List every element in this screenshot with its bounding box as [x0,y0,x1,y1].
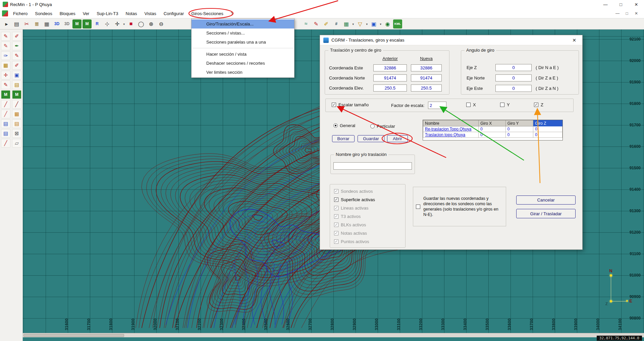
axis-y-checkbox[interactable]: Y [500,102,510,107]
layer-checkbox[interactable]: Lineas activas [330,204,405,212]
regenerate-icon[interactable]: R [93,19,102,29]
table-icon[interactable]: ▦ [42,19,51,29]
giros-table[interactable]: Nombre Giro X Giro Y Giro Z Re-traslacio… [423,120,563,140]
measure-m2-icon[interactable]: M [83,19,92,29]
menu-separator[interactable] [193,48,293,48]
tool-pen-green-icon[interactable]: ✒ [12,42,21,50]
magnifier-icon[interactable]: ◯ [137,19,146,29]
anterior-field[interactable]: 32886 [373,64,407,71]
general-radio[interactable]: General [333,123,355,128]
layer-checkbox[interactable]: Sondeos activos [330,187,405,195]
cancelar-button[interactable]: Cancelar [516,195,576,205]
edit-pencil-icon[interactable]: ✐ [322,19,331,29]
horizontal-scrollbar[interactable] [23,333,644,337]
tool-m2-icon[interactable]: M [12,90,21,99]
menu-configurar[interactable]: Configurar [160,9,188,18]
nueva-field[interactable]: 250.5 [411,84,442,92]
nueva-field[interactable]: 91474 [411,74,442,81]
measure-m1-icon[interactable]: M [72,19,82,29]
close-button[interactable]: ✕ [629,0,644,9]
angle-field[interactable]: 0 [495,64,532,71]
menu-bloques[interactable]: Bloques [56,9,79,18]
tool-cross-icon[interactable]: ✛ [1,71,10,79]
tool-journal2-icon[interactable]: ▤ [1,119,10,128]
mdi-close-button[interactable]: ✕ [634,11,639,16]
table-row[interactable]: Traslacion topo Qhuya 0 0 0 [423,132,562,138]
dialog-close-icon[interactable]: ✕ [570,37,579,44]
borrar-button[interactable]: Borrar [332,135,355,142]
cut-icon[interactable]: ✂ [22,19,31,29]
mdi-minimize-button[interactable]: — [615,11,620,16]
tool-journal3-icon[interactable]: ▤ [12,119,21,128]
anterior-field[interactable]: 91474 [373,74,407,81]
col-giro-y[interactable]: Giro Y [505,120,533,126]
print-icon[interactable]: ▤ [12,19,21,29]
menuitem-secciones-vistas[interactable]: Secciones / vistas... [192,29,294,38]
tool-pen-c-icon[interactable]: ✎ [12,51,21,60]
menuitem-deshacer-secciones[interactable]: Deshacer secciones / recortes [192,59,294,68]
menu-help[interactable]: ? [227,9,237,18]
tree-list-icon[interactable]: ≣ [32,19,41,29]
tool-pen-copy-icon[interactable]: ✎ [1,42,10,50]
tool-pen-e-icon[interactable]: ✐ [12,61,21,70]
table-row[interactable]: Re-traslacion Topo Qhuya 0 0 0 [423,126,562,132]
pan-icon[interactable]: ✛ [113,19,122,29]
curves-icon[interactable]: ≈ [302,19,311,29]
tool-clip-icon[interactable]: ⊠ [12,129,21,138]
col-giro-z[interactable]: Giro Z [533,120,562,126]
layer-checkbox[interactable]: BLKs activos [330,221,405,229]
zoom-out-icon[interactable]: ⊖ [157,19,166,29]
view-3d-icon[interactable]: 3D [52,19,61,29]
minimize-button[interactable]: — [598,0,613,9]
angle-field[interactable]: 0 [495,74,532,81]
draw-pencil-icon[interactable]: ✎ [312,19,321,29]
tool-poly-icon[interactable]: ▱ [12,139,21,148]
menu-giros-secciones[interactable]: Giros-Secciones [187,9,227,18]
layer-checkbox[interactable]: Superficie activas [330,195,405,204]
tool-grid-icon[interactable]: ▦ [1,61,10,70]
tool-pen-add-icon[interactable]: ✐ [12,32,21,41]
kml-icon[interactable]: KML [393,19,402,29]
fit-view-icon[interactable]: ⊹ [103,19,112,29]
axis-z-checkbox[interactable]: Z [534,102,543,107]
grid-options-icon[interactable]: ▦ [342,19,351,29]
layer-checkbox[interactable]: T3 activos [330,212,405,221]
layer-checkbox[interactable]: Puntos activos [330,237,405,246]
tool-m1-icon[interactable]: M [1,90,10,99]
tool-slash2-icon[interactable]: ╱ [12,100,21,109]
escalar-tamano-checkbox[interactable]: Escalar tamaño [332,102,369,107]
tool-slope-icon[interactable]: ╱ [1,110,10,118]
calculator-icon[interactable]: # [332,19,341,29]
rotate-3d-icon[interactable]: 3D [62,19,71,29]
anterior-field[interactable]: 250.5 [373,84,407,92]
zoom-in-icon[interactable]: ⊕ [147,19,156,29]
factor-escala-input[interactable] [428,102,446,109]
col-giro-x[interactable]: Giro X [479,120,506,126]
menu-vistas[interactable]: Vistas [141,9,160,18]
menuitem-ver-limites[interactable]: Ver limites sección [192,68,294,77]
color-swatch-icon[interactable]: ■ [126,19,136,29]
save-coordinates-checkbox[interactable]: Guardar las nuevas coordenadas y direcci… [413,187,506,226]
col-nombre[interactable]: Nombre [423,120,479,126]
tool-panel-icon[interactable]: ▣ [12,71,21,79]
nombre-giro-input[interactable] [333,162,412,170]
scrollbar-thumb[interactable] [23,334,124,337]
girar-trasladar-button[interactable]: Girar / Trasladar [516,209,576,218]
axis-x-checkbox[interactable]: X [466,102,476,107]
tool-journal4-icon[interactable]: ▤ [1,129,10,138]
filter-icon[interactable]: ▽ [356,19,365,29]
menu-ver[interactable]: Ver [79,9,93,18]
tool-pen-surface-icon[interactable]: ✎ [1,80,10,89]
guardar-button[interactable]: Guardar [358,135,384,142]
tool-slash1-icon[interactable]: ╱ [1,100,10,109]
menuitem-secciones-paralelas[interactable]: Secciones paralelas una a una [192,38,294,47]
angle-field[interactable]: 0 [495,85,532,92]
particular-radio[interactable]: Particular [370,124,395,129]
tool-slash3-icon[interactable]: ╱ [1,139,10,148]
nueva-field[interactable]: 32886 [411,64,442,71]
tool-pen-blue-icon[interactable]: ✑ [1,51,10,60]
tool-journal-icon[interactable]: ▤ [12,80,21,89]
menuitem-giro-traslacion-escala[interactable]: Giro/Traslación/Escala... [192,19,294,29]
nav-next-icon[interactable]: ▸ [2,19,11,29]
globe-icon[interactable]: ◉ [383,19,392,29]
